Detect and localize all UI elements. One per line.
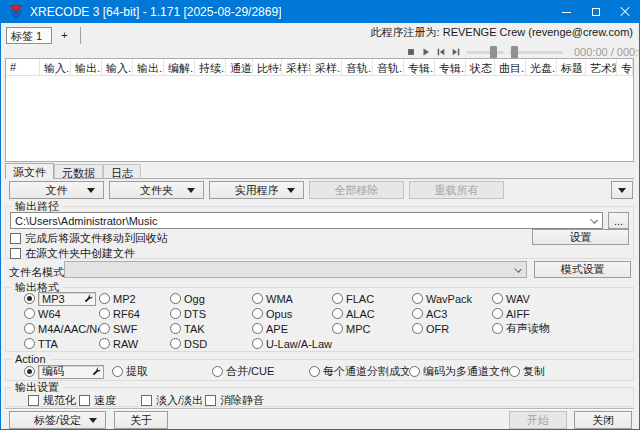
radio-SWF[interactable]: SWF bbox=[99, 323, 170, 335]
close-button[interactable] bbox=[610, 1, 639, 23]
column-header-13[interactable]: 专辑... bbox=[404, 59, 435, 75]
radio-WAV[interactable]: WAV bbox=[492, 293, 629, 305]
radio-WMA[interactable]: WMA bbox=[252, 293, 332, 305]
list-body[interactable] bbox=[6, 76, 633, 161]
column-header-14[interactable]: 专辑... bbox=[435, 59, 466, 75]
radio-OFR[interactable]: OFR bbox=[412, 323, 492, 335]
radio-ALAC[interactable]: ALAC bbox=[332, 308, 412, 320]
tab-separator bbox=[80, 27, 81, 44]
file-menu-button[interactable]: 文件 bbox=[9, 181, 104, 199]
radio-label: AIFF bbox=[506, 308, 530, 320]
column-header-6[interactable]: 持续... bbox=[195, 59, 226, 75]
radio-icon bbox=[332, 293, 343, 304]
seek-slider[interactable] bbox=[466, 46, 504, 59]
radio-FLAC[interactable]: FLAC bbox=[332, 293, 412, 305]
wrench-icon[interactable] bbox=[84, 294, 93, 303]
create-in-source-checkbox[interactable]: 在源文件夹中创建文件 bbox=[10, 246, 135, 261]
volume-slider[interactable] bbox=[509, 46, 563, 59]
radio-WavPack[interactable]: WavPack bbox=[412, 293, 492, 305]
folder-menu-button[interactable]: 文件夹 bbox=[109, 181, 204, 199]
radio-MP3[interactable]: MP3 bbox=[24, 292, 99, 306]
radio-有声读物[interactable]: 有声读物 bbox=[492, 321, 629, 336]
wrench-icon[interactable] bbox=[92, 367, 101, 376]
remove-all-button[interactable]: 全部移除 bbox=[309, 181, 404, 199]
column-header-17[interactable]: 光盘... bbox=[526, 59, 557, 75]
column-header-0[interactable]: # bbox=[6, 59, 40, 75]
utilities-menu-button[interactable]: 实用程序 bbox=[209, 181, 304, 199]
radio-RAW[interactable]: RAW bbox=[99, 338, 170, 350]
radio-icon bbox=[24, 293, 35, 304]
radio-DSD[interactable]: DSD bbox=[170, 338, 252, 350]
stop-icon[interactable] bbox=[406, 47, 416, 58]
column-header-4[interactable]: 输出... bbox=[133, 59, 164, 75]
output-settings-row: 规范化速度淡入/淡出消除静音 bbox=[28, 393, 629, 408]
view-tab-1[interactable]: 元数据 bbox=[54, 164, 103, 178]
start-button[interactable]: 开始 bbox=[509, 411, 567, 429]
minimize-button[interactable] bbox=[552, 1, 581, 23]
close-window-button[interactable]: 关闭 bbox=[574, 411, 632, 429]
radio-提取[interactable]: 提取 bbox=[112, 364, 212, 379]
column-header-10[interactable]: 采样... bbox=[311, 59, 342, 75]
checkbox-消除静音[interactable]: 消除静音 bbox=[205, 393, 264, 408]
view-tab-0[interactable]: 源文件 bbox=[5, 163, 54, 179]
radio-每个通道分割成文件[interactable]: 每个通道分割成文件 bbox=[309, 364, 409, 379]
column-header-7[interactable]: 通道 bbox=[226, 59, 253, 75]
play-icon[interactable] bbox=[421, 47, 431, 58]
column-header-8[interactable]: 比特率 bbox=[253, 59, 282, 75]
radio-W64[interactable]: W64 bbox=[24, 308, 99, 320]
radio-U-Law/A-Law[interactable]: U-Law/A-Law bbox=[252, 338, 332, 350]
radio-Opus[interactable]: Opus bbox=[252, 308, 332, 320]
filename-pattern-combo[interactable] bbox=[64, 261, 527, 278]
column-header-2[interactable]: 输出... bbox=[71, 59, 102, 75]
column-header-3[interactable]: 输入... bbox=[102, 59, 133, 75]
column-header-11[interactable]: 音轨... bbox=[342, 59, 373, 75]
create-in-source-label: 在源文件夹中创建文件 bbox=[25, 246, 135, 261]
radio-TAK[interactable]: TAK bbox=[170, 323, 252, 335]
maximize-button[interactable] bbox=[581, 1, 610, 23]
column-header-15[interactable]: 状态 bbox=[466, 59, 495, 75]
about-button[interactable]: 关于 bbox=[114, 411, 168, 429]
radio-TTA[interactable]: TTA bbox=[24, 338, 99, 350]
view-tab-2[interactable]: 日志 bbox=[103, 164, 141, 178]
radio-RF64[interactable]: RF64 bbox=[99, 308, 170, 320]
column-header-16[interactable]: 曲目... bbox=[495, 59, 526, 75]
column-header-20[interactable]: 专辑 bbox=[617, 59, 633, 75]
radio-编码为多通道文件[interactable]: 编码为多通道文件 bbox=[409, 364, 509, 379]
column-header-5[interactable]: 编解... bbox=[164, 59, 195, 75]
volume-slider-thumb[interactable] bbox=[511, 46, 518, 59]
skip-start-icon[interactable] bbox=[436, 47, 446, 58]
radio-复制[interactable]: 复制 bbox=[509, 364, 629, 379]
checkbox-速度[interactable]: 速度 bbox=[79, 393, 141, 408]
radio-MPC[interactable]: MPC bbox=[332, 323, 412, 335]
output-settings-button[interactable]: 设置 bbox=[532, 229, 629, 245]
checkbox-规范化[interactable]: 规范化 bbox=[28, 393, 79, 408]
column-header-1[interactable]: 输入... bbox=[40, 59, 71, 75]
pattern-settings-button[interactable]: 模式设置 bbox=[534, 261, 631, 278]
radio-M4A/AAC/Nero[interactable]: M4A/AAC/Nero bbox=[24, 323, 99, 335]
toolbar-overflow-button[interactable] bbox=[611, 181, 633, 199]
radio-AIFF[interactable]: AIFF bbox=[492, 308, 629, 320]
column-header-18[interactable]: 标题 bbox=[557, 59, 586, 75]
radio-AC3[interactable]: AC3 bbox=[412, 308, 492, 320]
add-tab-button[interactable]: + bbox=[52, 27, 79, 44]
seek-slider-thumb[interactable] bbox=[490, 46, 497, 59]
column-header-12[interactable]: 音轨... bbox=[373, 59, 404, 75]
radio-合并/CUE[interactable]: 合并/CUE bbox=[212, 364, 309, 379]
radio-icon bbox=[332, 308, 343, 319]
radio-DTS[interactable]: DTS bbox=[170, 308, 252, 320]
column-header-9[interactable]: 采样率 bbox=[282, 59, 311, 75]
reload-all-button[interactable]: 重载所有 bbox=[409, 181, 504, 199]
session-tab-1[interactable]: 标签 1 bbox=[6, 27, 52, 44]
radio-Ogg[interactable]: Ogg bbox=[170, 293, 252, 305]
checkbox-淡入/淡出[interactable]: 淡入/淡出 bbox=[141, 393, 205, 408]
tags-presets-button[interactable]: 标签/设定 bbox=[9, 411, 106, 429]
move-to-recycle-checkbox[interactable]: 完成后将源文件移动到回收站 bbox=[10, 231, 168, 246]
output-path-combo[interactable]: C:\Users\Administrator\Music bbox=[10, 212, 603, 229]
browse-button[interactable]: ... bbox=[608, 212, 629, 229]
skip-end-icon[interactable] bbox=[451, 47, 461, 58]
radio-APE[interactable]: APE bbox=[252, 323, 332, 335]
radio-MP2[interactable]: MP2 bbox=[99, 293, 170, 305]
radio-icon bbox=[492, 293, 503, 304]
radio-编码[interactable]: 编码 bbox=[24, 365, 112, 379]
column-header-19[interactable]: 艺术家 bbox=[586, 59, 617, 75]
